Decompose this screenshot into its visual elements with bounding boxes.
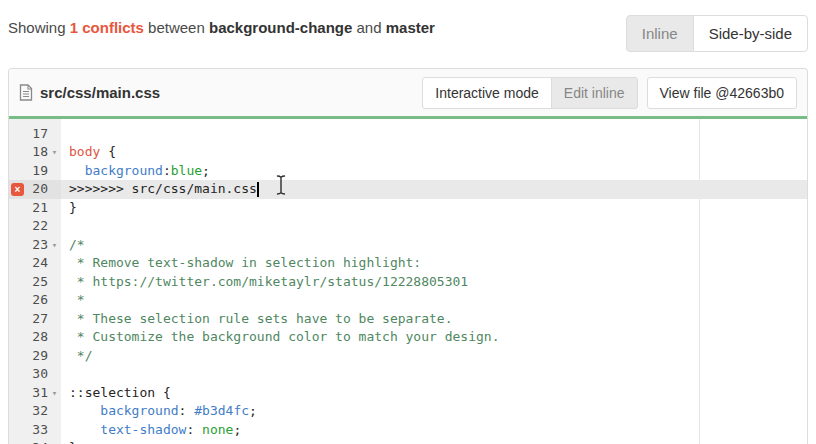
code-line-content[interactable]: text-shadow: none; xyxy=(61,421,807,440)
line-number: 24 xyxy=(26,254,48,273)
line-number: 32 xyxy=(26,402,48,421)
code-token: background xyxy=(100,403,178,418)
line-number: 20 xyxy=(26,180,48,199)
code-line[interactable]: 24 * Remove text-shadow in selection hig… xyxy=(9,254,807,273)
fold-arrow-icon[interactable]: ▾ xyxy=(48,236,61,255)
code-token: } xyxy=(69,200,77,215)
code-line-content[interactable]: } xyxy=(61,439,807,444)
code-token: * Customize the background color to matc… xyxy=(69,329,499,344)
code-token: : xyxy=(186,422,202,437)
fold-arrow-icon[interactable]: ▾ xyxy=(48,384,61,403)
text-caret xyxy=(257,182,259,197)
line-number: 30 xyxy=(26,365,48,384)
document-icon xyxy=(19,84,33,101)
code-line[interactable]: ×20>>>>>>> src/css/main.css xyxy=(9,180,807,199)
code-line[interactable]: 17 xyxy=(9,125,807,144)
code-token: * xyxy=(69,292,85,307)
gutter-cell: 26 xyxy=(9,291,61,310)
code-token: : xyxy=(179,403,195,418)
file-header-actions: Interactive mode Edit inline View file @… xyxy=(422,77,797,109)
conflict-count: 1 conflicts xyxy=(70,19,144,36)
code-token: } xyxy=(69,440,77,444)
code-line-content[interactable]: >>>>>>> src/css/main.css xyxy=(61,180,807,199)
summary-and: and xyxy=(357,19,382,36)
line-number: 23 xyxy=(26,236,48,255)
code-line[interactable]: 26 * xyxy=(9,291,807,310)
code-token: /* xyxy=(69,237,85,252)
file-conflict-panel: src/css/main.css Interactive mode Edit i… xyxy=(8,68,808,444)
line-number: 25 xyxy=(26,273,48,292)
code-line[interactable]: 22 xyxy=(9,217,807,236)
code-line[interactable]: 33 text-shadow: none; xyxy=(9,421,807,440)
code-token: ::selection { xyxy=(69,385,171,400)
gutter-cell: 25 xyxy=(9,273,61,292)
side-by-side-view-button[interactable]: Side-by-side xyxy=(693,15,808,52)
code-token: none xyxy=(202,422,233,437)
edit-inline-button[interactable]: Edit inline xyxy=(551,77,638,109)
code-token xyxy=(69,403,100,418)
conflict-error-icon[interactable]: × xyxy=(11,183,24,196)
line-number: 19 xyxy=(26,162,48,181)
code-line-content[interactable] xyxy=(61,217,807,236)
gutter-cell: 30 xyxy=(9,365,61,384)
line-number: 27 xyxy=(26,310,48,329)
fold-arrow-icon[interactable]: ▾ xyxy=(48,143,61,162)
code-token xyxy=(69,422,100,437)
mouse-ibeam-cursor xyxy=(275,174,287,196)
code-token: * These selection rule sets have to be s… xyxy=(69,311,453,326)
code-line[interactable]: 34} xyxy=(9,439,807,444)
code-editor[interactable]: 161718▾body {19 background:blue;×20>>>>>… xyxy=(9,119,807,444)
code-token: { xyxy=(100,144,116,159)
code-lines: 161718▾body {19 background:blue;×20>>>>>… xyxy=(9,119,807,444)
code-line-content[interactable]: body { xyxy=(61,143,807,162)
code-line-content[interactable] xyxy=(61,365,807,384)
code-token: background xyxy=(85,163,163,178)
code-line[interactable]: 21} xyxy=(9,199,807,218)
code-token: blue xyxy=(171,163,202,178)
code-line-content[interactable]: ::selection { xyxy=(61,384,807,403)
line-number: 18 xyxy=(26,143,48,162)
code-token: >>>>>>> src/css/main.css xyxy=(69,181,257,196)
code-token: : xyxy=(163,163,171,178)
code-line-content[interactable]: * xyxy=(61,291,807,310)
code-line-content[interactable]: * https://twitter.com/miketaylr/status/1… xyxy=(61,273,807,292)
source-branch: background-change xyxy=(209,19,352,36)
code-line-content[interactable]: background: #b3d4fc; xyxy=(61,402,807,421)
line-number: 33 xyxy=(26,421,48,440)
gutter-cell: 32 xyxy=(9,402,61,421)
code-line[interactable]: 25 * https://twitter.com/miketaylr/statu… xyxy=(9,273,807,292)
inline-view-button[interactable]: Inline xyxy=(626,15,694,52)
code-line-content[interactable]: * Customize the background color to matc… xyxy=(61,328,807,347)
interactive-mode-button[interactable]: Interactive mode xyxy=(422,77,552,109)
code-line[interactable]: 29 */ xyxy=(9,347,807,366)
code-token: body xyxy=(69,144,100,159)
code-line[interactable]: 32 background: #b3d4fc; xyxy=(9,402,807,421)
view-file-button[interactable]: View file @42663b0 xyxy=(647,77,797,109)
line-number: 21 xyxy=(26,199,48,218)
conflicts-summary-text: Showing 1 conflicts between background-c… xyxy=(8,19,435,36)
code-line[interactable]: 30 xyxy=(9,365,807,384)
code-line[interactable]: 18▾body { xyxy=(9,143,807,162)
code-line-content[interactable]: } xyxy=(61,199,807,218)
edit-mode-toggle: Interactive mode Edit inline xyxy=(422,77,637,109)
code-line-content[interactable]: */ xyxy=(61,347,807,366)
code-token: ; xyxy=(202,163,210,178)
gutter-cell: ×20 xyxy=(9,180,61,199)
code-line[interactable]: 19 background:blue; xyxy=(9,162,807,181)
gutter-cell: 18▾ xyxy=(9,143,61,162)
code-token: * Remove text-shadow in selection highli… xyxy=(69,255,421,270)
conflicts-summary-bar: Showing 1 conflicts between background-c… xyxy=(0,0,816,68)
gutter-cell: 27 xyxy=(9,310,61,329)
summary-prefix: Showing xyxy=(8,19,66,36)
code-line-content[interactable]: /* xyxy=(61,236,807,255)
code-line[interactable]: 23▾/* xyxy=(9,236,807,255)
code-line[interactable]: 31▾::selection { xyxy=(9,384,807,403)
code-line[interactable]: 28 * Customize the background color to m… xyxy=(9,328,807,347)
code-line-content[interactable]: background:blue; xyxy=(61,162,807,181)
code-line-content[interactable]: * Remove text-shadow in selection highli… xyxy=(61,254,807,273)
code-line-content[interactable]: * These selection rule sets have to be s… xyxy=(61,310,807,329)
gutter-cell: 33 xyxy=(9,421,61,440)
gutter-cell: 21 xyxy=(9,199,61,218)
code-line[interactable]: 27 * These selection rule sets have to b… xyxy=(9,310,807,329)
code-line-content[interactable] xyxy=(61,125,807,144)
